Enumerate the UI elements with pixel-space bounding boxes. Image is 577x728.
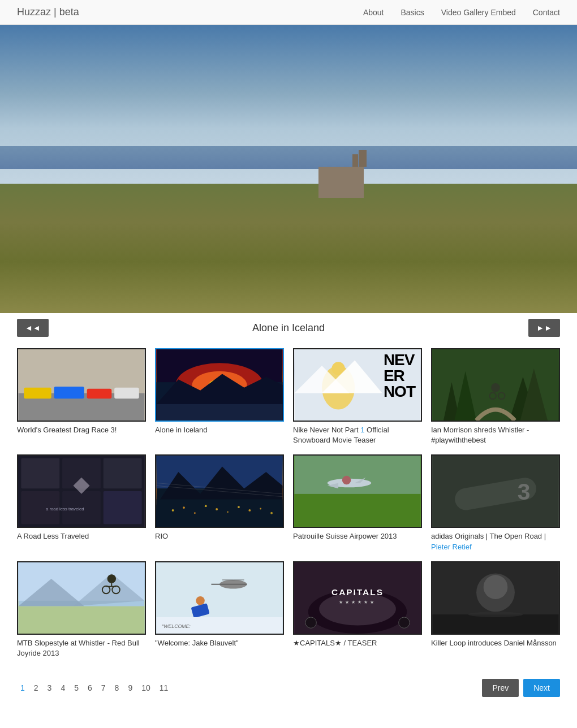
thumb-bg-6 bbox=[156, 456, 283, 527]
navbar: Huzzaz | beta About Basics Video Gallery… bbox=[0, 0, 577, 25]
video-item-2[interactable]: Alone in Iceland bbox=[155, 348, 284, 445]
video-item-9[interactable]: MTB Slopestyle at Whistler - Red Bull Jo… bbox=[17, 561, 146, 658]
page-4[interactable]: 4 bbox=[57, 682, 68, 694]
page-1[interactable]: 1 bbox=[17, 682, 28, 694]
svg-text:"WELCOME:: "WELCOME: bbox=[162, 623, 191, 629]
nav-links: About Basics Video Gallery Embed Contact bbox=[363, 8, 560, 17]
video-grid-container: World's Greatest Drag Race 3! bbox=[0, 343, 577, 670]
thumbnail-5: a road less traveled bbox=[17, 454, 146, 528]
prev-page-button[interactable]: Prev bbox=[482, 679, 519, 697]
thumb-svg-6 bbox=[156, 456, 283, 527]
page-2[interactable]: 2 bbox=[31, 682, 42, 694]
svg-point-86 bbox=[305, 617, 316, 628]
thumbnail-7 bbox=[293, 454, 422, 528]
svg-rect-12 bbox=[157, 404, 283, 421]
nav-gallery-embed[interactable]: Video Gallery Embed bbox=[441, 8, 516, 17]
video-item-10[interactable]: "WELCOME: "Welcome: Jake Blauvelt" bbox=[155, 561, 284, 658]
nav-contact[interactable]: Contact bbox=[533, 8, 560, 17]
svg-point-44 bbox=[227, 512, 229, 513]
thumbnail-12 bbox=[431, 561, 560, 635]
thumb-bg-12 bbox=[432, 562, 559, 634]
svg-point-40 bbox=[183, 507, 185, 509]
svg-point-45 bbox=[238, 506, 240, 509]
video-item-8[interactable]: 3 adidas Originals | The Open Road | Pie… bbox=[431, 454, 560, 552]
svg-rect-4 bbox=[87, 389, 112, 398]
page-6[interactable]: 6 bbox=[84, 682, 96, 694]
page-7[interactable]: 7 bbox=[98, 682, 109, 694]
video-grid: World's Greatest Drag Race 3! bbox=[17, 348, 560, 658]
current-video-title: Alone in Iceland bbox=[252, 322, 325, 334]
video-item-7[interactable]: Patrouille Suisse Airpower 2013 bbox=[293, 454, 422, 552]
svg-point-87 bbox=[399, 617, 410, 628]
thumbnail-9 bbox=[17, 561, 146, 635]
next-page-button[interactable]: Next bbox=[523, 679, 560, 697]
video-label-4: Ian Morrison shreds Whistler - #playwith… bbox=[431, 425, 560, 445]
video-item-3[interactable]: NEVERNOT Nike Never Not Part 1 Official … bbox=[293, 348, 422, 445]
thumb-bg-1 bbox=[18, 349, 145, 421]
thumb-svg-10: "WELCOME: bbox=[156, 562, 283, 634]
svg-rect-57 bbox=[295, 456, 421, 494]
thumb-svg-7 bbox=[294, 456, 421, 527]
page-10[interactable]: 10 bbox=[138, 682, 154, 694]
svg-point-47 bbox=[260, 508, 261, 510]
svg-text:★★★★★★: ★★★★★★ bbox=[339, 599, 376, 604]
svg-point-66 bbox=[107, 574, 117, 583]
ruin-chimney bbox=[359, 150, 367, 167]
thumbnail-3: NEVERNOT bbox=[293, 348, 422, 422]
next-button[interactable]: ►► bbox=[528, 319, 560, 337]
never-not-overlay: NEVERNOT bbox=[384, 352, 415, 400]
ruin-chimney2 bbox=[352, 154, 358, 167]
thumb-svg-12 bbox=[432, 562, 559, 634]
svg-rect-2 bbox=[24, 388, 51, 398]
thumb-bg-8: 3 bbox=[432, 456, 559, 527]
pagination: 1 2 3 4 5 6 7 8 9 10 11 Prev Next bbox=[0, 670, 577, 714]
pagination-buttons: Prev Next bbox=[482, 679, 560, 697]
page-3[interactable]: 3 bbox=[44, 682, 55, 694]
thumb-svg-9 bbox=[18, 562, 145, 634]
thumb-bg-10: "WELCOME: bbox=[156, 562, 283, 634]
thumbnail-8: 3 bbox=[431, 454, 560, 528]
thumbnail-1 bbox=[17, 348, 146, 422]
video-item-1[interactable]: World's Greatest Drag Race 3! bbox=[17, 348, 146, 445]
thumbnail-11: CAPITALS ★★★★★★ bbox=[293, 561, 422, 635]
svg-rect-27 bbox=[21, 458, 59, 488]
svg-point-90 bbox=[484, 575, 508, 599]
thumb-svg-8: 3 bbox=[432, 456, 559, 527]
video-label-9: MTB Slopestyle at Whistler - Red Bull Jo… bbox=[17, 638, 146, 658]
video-item-6[interactable]: RIO bbox=[155, 454, 284, 552]
hero-water bbox=[0, 146, 577, 169]
page-9[interactable]: 9 bbox=[124, 682, 136, 694]
video-item-11[interactable]: CAPITALS ★★★★★★ ★CAPITALS★ / TEASER bbox=[293, 561, 422, 658]
video-label-10: "Welcome: Jake Blauvelt" bbox=[155, 638, 284, 648]
page-11[interactable]: 11 bbox=[156, 682, 172, 694]
page-5[interactable]: 5 bbox=[71, 682, 82, 694]
svg-point-42 bbox=[205, 505, 207, 508]
video-label-6: RIO bbox=[155, 531, 284, 541]
thumb-bg-11: CAPITALS ★★★★★★ bbox=[294, 562, 421, 634]
video-label-11: ★CAPITALS★ / TEASER bbox=[293, 638, 422, 648]
video-item-5[interactable]: a road less traveled A Road Less Travele… bbox=[17, 454, 146, 552]
page-8[interactable]: 8 bbox=[111, 682, 123, 694]
svg-point-46 bbox=[248, 509, 251, 512]
thumb-svg-11: CAPITALS ★★★★★★ bbox=[294, 562, 421, 634]
video-item-12[interactable]: Killer Loop introduces Daniel Månsson bbox=[431, 561, 560, 658]
video-label-12: Killer Loop introduces Daniel Månsson bbox=[431, 638, 560, 648]
nav-basics[interactable]: Basics bbox=[401, 8, 424, 17]
nav-about[interactable]: About bbox=[363, 8, 384, 17]
thumb-bg-7 bbox=[294, 456, 421, 527]
video-label-2: Alone in Iceland bbox=[155, 425, 284, 435]
prev-button[interactable]: ◄◄ bbox=[17, 319, 49, 337]
thumb-bg-9 bbox=[18, 562, 145, 634]
svg-rect-38 bbox=[157, 500, 283, 527]
ruin-body bbox=[318, 167, 364, 198]
video-item-4[interactable]: Ian Morrison shreds Whistler - #playwith… bbox=[431, 348, 560, 445]
svg-rect-32 bbox=[104, 491, 142, 524]
video-label-7: Patrouille Suisse Airpower 2013 bbox=[293, 531, 422, 541]
svg-rect-29 bbox=[104, 458, 142, 488]
thumb-svg-5: a road less traveled bbox=[18, 456, 145, 527]
thumbnail-2 bbox=[155, 348, 284, 422]
thumb-bg-4 bbox=[432, 349, 559, 421]
thumb-svg-1 bbox=[18, 349, 145, 421]
video-label-1: World's Greatest Drag Race 3! bbox=[17, 425, 146, 435]
svg-rect-5 bbox=[114, 388, 139, 398]
